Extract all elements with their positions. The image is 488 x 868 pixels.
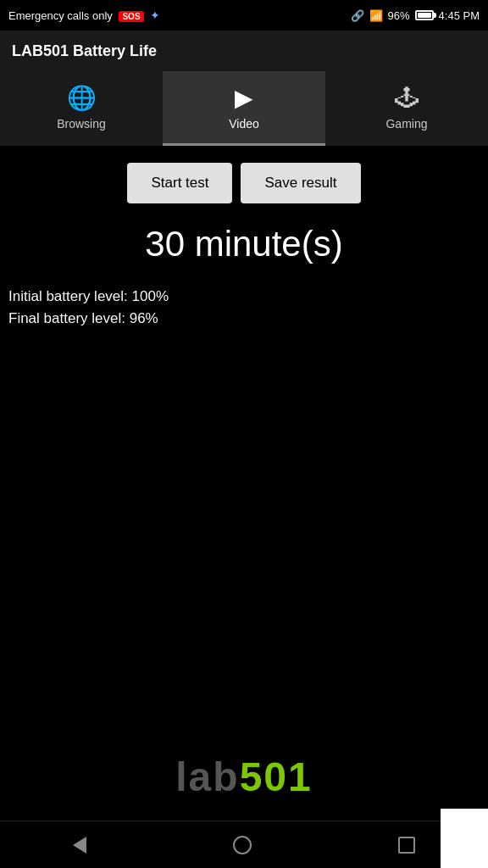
status-bar: Emergency calls only SOS ✦ 🔗 📶 96% 4:45 … bbox=[0, 0, 488, 31]
title-bar: LAB501 Battery Life bbox=[0, 31, 488, 71]
browsing-icon: 🌐 bbox=[67, 84, 97, 112]
initial-battery-stat: Initial battery level: 100% bbox=[8, 288, 488, 305]
recents-button[interactable] bbox=[378, 830, 435, 860]
tab-gaming[interactable]: 🕹 Gaming bbox=[325, 71, 488, 146]
battery-percent: 96% bbox=[388, 9, 410, 22]
home-icon bbox=[233, 836, 252, 854]
status-left-group: Emergency calls only SOS ✦ bbox=[8, 8, 160, 22]
logo-501: 501 bbox=[240, 754, 313, 799]
gaming-icon: 🕹 bbox=[395, 84, 419, 112]
final-battery-stat: Final battery level: 96% bbox=[8, 310, 488, 327]
logo-lab: lab bbox=[175, 754, 239, 799]
back-icon bbox=[73, 837, 86, 854]
tab-video[interactable]: ▶ Video bbox=[163, 71, 325, 146]
video-icon: ▶ bbox=[235, 84, 253, 112]
main-content: Start test Save result 30 minute(s) Init… bbox=[0, 146, 488, 821]
home-button[interactable] bbox=[213, 829, 272, 861]
logo-area: lab501 bbox=[175, 754, 312, 800]
browsing-label: Browsing bbox=[57, 117, 106, 131]
video-label: Video bbox=[229, 117, 259, 131]
bluetooth-status-icon: 🔗 bbox=[351, 9, 364, 22]
signal-icon: 📶 bbox=[369, 9, 383, 22]
emergency-calls-text: Emergency calls only bbox=[8, 9, 113, 22]
status-right-group: 🔗 📶 96% 4:45 PM bbox=[351, 9, 480, 22]
bluetooth-icon: ✦ bbox=[150, 8, 160, 22]
tab-bar: 🌐 Browsing ▶ Video 🕹 Gaming bbox=[0, 71, 488, 146]
battery-icon bbox=[415, 10, 434, 20]
time-display: 4:45 PM bbox=[439, 9, 480, 22]
nav-bar bbox=[0, 821, 488, 868]
sos-badge: SOS bbox=[119, 11, 143, 22]
white-rect bbox=[441, 809, 488, 868]
tab-browsing[interactable]: 🌐 Browsing bbox=[0, 71, 163, 146]
recents-icon bbox=[398, 837, 415, 854]
timer-display: 30 minute(s) bbox=[145, 224, 342, 264]
logo-text: lab501 bbox=[175, 754, 312, 799]
start-test-button[interactable]: Start test bbox=[127, 163, 232, 203]
save-result-button[interactable]: Save result bbox=[241, 163, 360, 203]
back-button[interactable] bbox=[53, 830, 107, 860]
button-row: Start test Save result bbox=[127, 163, 360, 203]
gaming-label: Gaming bbox=[385, 117, 427, 131]
battery-info: Initial battery level: 100% Final batter… bbox=[0, 288, 488, 332]
app-title: LAB501 Battery Life bbox=[12, 42, 157, 60]
